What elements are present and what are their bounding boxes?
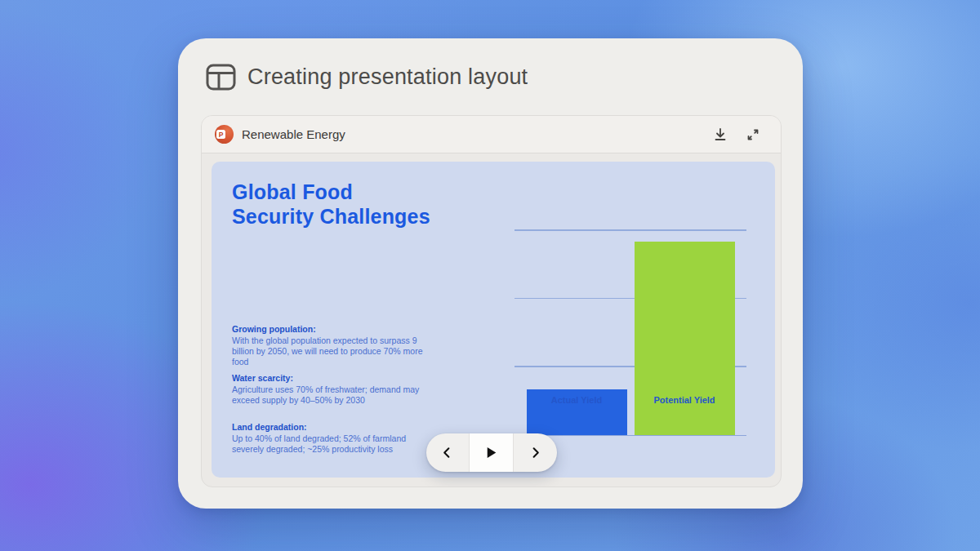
- download-button[interactable]: [712, 127, 728, 143]
- file-name: Renewable Energy: [242, 127, 345, 141]
- viewer-actions: [712, 127, 761, 143]
- powerpoint-icon: P: [215, 125, 234, 144]
- presentation-slide: Global Food Security Challenges Growing …: [212, 162, 775, 478]
- next-slide-button[interactable]: [513, 433, 557, 472]
- card-header: Creating presentation layout: [178, 38, 803, 115]
- bullet-body: Agriculture uses 70% of freshwater; dema…: [232, 384, 438, 406]
- slide-title: Global Food Security Challenges: [232, 180, 430, 229]
- slide-bullet-water-scarcity: Water scarcity: Agriculture uses 70% of …: [232, 373, 438, 406]
- chevron-right-icon: [529, 447, 541, 459]
- download-icon: [712, 127, 728, 143]
- file-viewer: P Renewable Energy: [201, 115, 782, 487]
- page-title: Creating presentation layout: [247, 64, 528, 90]
- previous-slide-button[interactable]: [426, 433, 470, 472]
- expand-button[interactable]: [745, 127, 761, 143]
- chevron-left-icon: [441, 447, 453, 459]
- expand-icon: [745, 127, 761, 143]
- play-button[interactable]: [469, 433, 513, 472]
- bullet-heading: Growing population:: [232, 324, 438, 335]
- x-axis-label-potential-yield: Potential Yield: [627, 395, 742, 405]
- layout-icon: [206, 64, 236, 91]
- powerpoint-letter: P: [216, 130, 225, 139]
- chart-gridline: [514, 229, 746, 231]
- slide-navigation: [426, 433, 557, 472]
- slide-bullet-land-degradation: Land degradation: Up to 40% of land degr…: [232, 422, 438, 455]
- task-card: Creating presentation layout P Renewable…: [178, 38, 803, 509]
- viewer-header: P Renewable Energy: [202, 116, 781, 153]
- bullet-heading: Land degradation:: [232, 422, 438, 433]
- bullet-heading: Water scarcity:: [232, 373, 438, 384]
- play-icon: [484, 446, 498, 460]
- bar-potential-yield: [635, 242, 735, 435]
- x-axis-label-actual-yield: Actual Yield: [519, 395, 634, 405]
- slide-bullet-growing-population: Growing population: With the global popu…: [232, 324, 438, 367]
- bullet-body: Up to 40% of land degraded; 52% of farml…: [232, 433, 438, 455]
- bullet-body: With the global population expected to s…: [232, 335, 438, 367]
